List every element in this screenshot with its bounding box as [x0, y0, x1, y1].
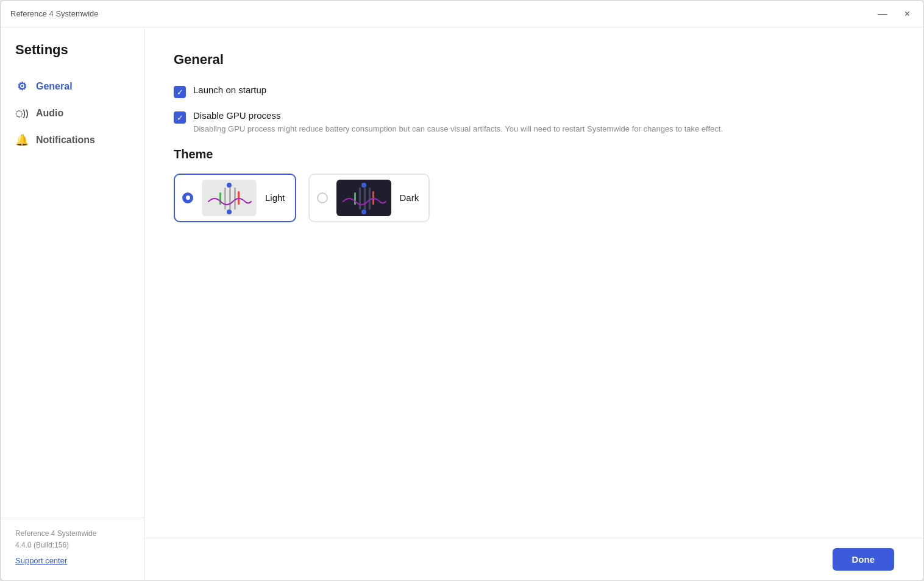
audio-icon: ◌)): [15, 108, 29, 118]
close-button[interactable]: ×: [901, 8, 914, 20]
sidebar-item-general[interactable]: ⚙ General: [1, 72, 144, 100]
launch-checkbox[interactable]: ✓: [174, 86, 186, 98]
gpu-checkbox[interactable]: ✓: [174, 111, 186, 124]
theme-radio-dark[interactable]: [317, 192, 328, 203]
sidebar-label-audio: Audio: [36, 108, 63, 119]
bell-icon: 🔔: [15, 133, 29, 147]
sidebar-label-general: General: [36, 81, 73, 92]
support-link[interactable]: Support center: [15, 556, 67, 565]
launch-checkbox-wrap[interactable]: ✓: [174, 86, 186, 98]
sidebar-item-audio[interactable]: ◌)) Audio: [1, 100, 144, 126]
svg-rect-2: [224, 188, 226, 210]
content-area: General ✓ Launch on startup: [144, 27, 923, 580]
minimize-button[interactable]: —: [874, 8, 891, 20]
svg-rect-4: [234, 188, 236, 210]
theme-label-dark: Dark: [400, 192, 419, 203]
app-title: Reference 4 Systemwide: [10, 9, 99, 18]
checkmark-icon: ✓: [177, 88, 183, 96]
gpu-label: Disable GPU process: [193, 110, 723, 121]
content-footer: Done: [144, 538, 923, 580]
svg-rect-3: [229, 188, 231, 210]
theme-preview-dark: [336, 180, 391, 216]
content-main: General ✓ Launch on startup: [144, 27, 923, 538]
main-layout: Settings ⚙ General ◌)) Audio 🔔 Notificat…: [1, 27, 923, 580]
svg-rect-5: [219, 192, 221, 205]
sidebar-footer: Reference 4 Systemwide 4.4.0 (Build:156)…: [1, 518, 144, 580]
theme-options: Light: [174, 174, 894, 222]
sidebar-label-notifications: Notifications: [36, 135, 95, 146]
sidebar: Settings ⚙ General ◌)) Audio 🔔 Notificat…: [1, 27, 144, 580]
launch-label-wrap: Launch on startup: [193, 85, 266, 95]
svg-rect-12: [369, 188, 371, 210]
titlebar: Reference 4 Systemwide — ×: [1, 1, 923, 27]
theme-card-dark[interactable]: Dark: [308, 174, 430, 222]
theme-radio-light[interactable]: [182, 192, 193, 203]
theme-card-light[interactable]: Light: [174, 174, 296, 222]
svg-rect-11: [364, 188, 366, 210]
theme-preview-light: [202, 180, 257, 216]
launch-on-startup-row: ✓ Launch on startup: [174, 85, 894, 98]
gpu-label-wrap: Disable GPU process Disabling GPU proces…: [193, 110, 723, 135]
sidebar-heading: Settings: [1, 42, 144, 72]
svg-point-9: [361, 183, 366, 188]
gpu-checkmark-icon: ✓: [177, 114, 183, 122]
gpu-description: Disabling GPU process might reduce batte…: [193, 123, 723, 135]
theme-title: Theme: [174, 147, 894, 161]
svg-rect-13: [354, 192, 356, 205]
section-title: General: [174, 52, 894, 68]
app-window: Reference 4 Systemwide — × Settings ⚙ Ge…: [0, 0, 924, 581]
sidebar-item-notifications[interactable]: 🔔 Notifications: [1, 126, 144, 154]
window-controls: — ×: [874, 8, 914, 20]
svg-point-7: [227, 210, 232, 214]
disable-gpu-row: ✓ Disable GPU process Disabling GPU proc…: [174, 110, 894, 135]
theme-label-light: Light: [265, 192, 285, 203]
sidebar-nav: ⚙ General ◌)) Audio 🔔 Notifications: [1, 72, 144, 518]
svg-point-1: [227, 183, 232, 188]
svg-point-15: [361, 210, 366, 214]
gpu-checkbox-wrap[interactable]: ✓: [174, 111, 186, 124]
version-text: Reference 4 Systemwide 4.4.0 (Build:156): [15, 528, 129, 551]
launch-label: Launch on startup: [193, 85, 266, 95]
gear-icon: ⚙: [15, 80, 29, 93]
done-button[interactable]: Done: [833, 548, 895, 571]
svg-rect-10: [359, 188, 361, 210]
